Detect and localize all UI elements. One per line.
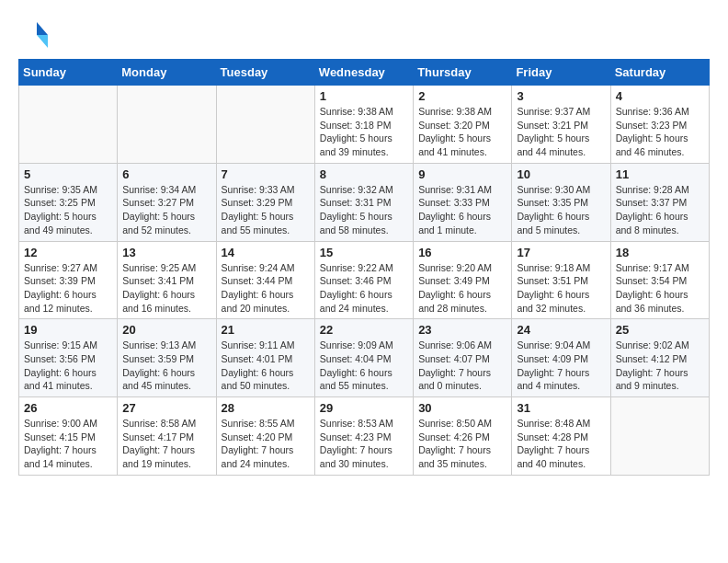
calendar-cell: 27Sunrise: 8:58 AM Sunset: 4:17 PM Dayli… [118,397,216,476]
day-number: 31 [517,401,605,415]
day-info: Sunrise: 9:00 AM Sunset: 4:15 PM Dayligh… [24,417,112,471]
calendar-cell: 2Sunrise: 9:38 AM Sunset: 3:20 PM Daylig… [414,86,512,164]
calendar-cell: 10Sunrise: 9:30 AM Sunset: 3:35 PM Dayli… [512,163,610,241]
calendar-cell [19,86,118,164]
calendar-cell: 31Sunrise: 8:48 AM Sunset: 4:28 PM Dayli… [512,397,610,476]
day-info: Sunrise: 9:09 AM Sunset: 4:04 PM Dayligh… [320,339,408,393]
calendar-cell: 26Sunrise: 9:00 AM Sunset: 4:15 PM Dayli… [19,397,118,476]
calendar-cell: 12Sunrise: 9:27 AM Sunset: 3:39 PM Dayli… [19,241,118,319]
day-info: Sunrise: 9:24 AM Sunset: 3:44 PM Dayligh… [222,261,310,316]
calendar-cell: 20Sunrise: 9:13 AM Sunset: 3:59 PM Dayli… [118,319,216,397]
day-number: 14 [222,246,310,259]
day-number: 1 [320,89,408,103]
day-info: Sunrise: 8:48 AM Sunset: 4:28 PM Dayligh… [517,417,605,471]
day-number: 8 [320,167,408,181]
calendar-cell: 18Sunrise: 9:17 AM Sunset: 3:54 PM Dayli… [610,241,709,319]
day-info: Sunrise: 9:25 AM Sunset: 3:41 PM Dayligh… [122,261,210,316]
calendar-cell: 22Sunrise: 9:09 AM Sunset: 4:04 PM Dayli… [314,319,413,397]
day-info: Sunrise: 9:34 AM Sunset: 3:27 PM Dayligh… [122,183,210,237]
day-info: Sunrise: 9:37 AM Sunset: 3:21 PM Dayligh… [517,105,605,159]
day-number: 30 [418,401,506,415]
day-number: 19 [24,323,112,337]
day-number: 23 [418,323,506,337]
week-row-2: 12Sunrise: 9:27 AM Sunset: 3:39 PM Dayli… [19,241,710,319]
calendar-cell: 3Sunrise: 9:37 AM Sunset: 3:21 PM Daylig… [512,86,610,164]
day-info: Sunrise: 9:32 AM Sunset: 3:31 PM Dayligh… [320,183,408,237]
calendar-cell [216,86,314,164]
day-number: 3 [517,89,605,103]
day-info: Sunrise: 9:04 AM Sunset: 4:09 PM Dayligh… [517,339,605,393]
day-info: Sunrise: 9:13 AM Sunset: 3:59 PM Dayligh… [122,339,210,393]
day-info: Sunrise: 9:38 AM Sunset: 3:20 PM Dayligh… [418,105,506,159]
weekday-header-sunday: Sunday [19,60,118,86]
logo [18,18,55,52]
calendar-cell: 19Sunrise: 9:15 AM Sunset: 3:56 PM Dayli… [19,319,118,397]
calendar-cell: 15Sunrise: 9:22 AM Sunset: 3:46 PM Dayli… [314,241,413,319]
day-number: 24 [517,323,605,337]
day-number: 10 [517,167,605,181]
day-number: 29 [320,401,408,415]
day-number: 25 [616,323,704,337]
day-number: 6 [122,167,210,181]
week-row-0: 1Sunrise: 9:38 AM Sunset: 3:18 PM Daylig… [19,86,710,164]
day-info: Sunrise: 9:18 AM Sunset: 3:51 PM Dayligh… [517,261,605,316]
calendar-cell: 4Sunrise: 9:36 AM Sunset: 3:23 PM Daylig… [610,86,709,164]
day-number: 11 [616,167,704,181]
day-number: 20 [122,323,210,337]
day-number: 18 [616,246,704,259]
weekday-header-friday: Friday [512,60,610,86]
day-info: Sunrise: 9:36 AM Sunset: 3:23 PM Dayligh… [616,105,704,159]
calendar-cell: 1Sunrise: 9:38 AM Sunset: 3:18 PM Daylig… [314,86,413,164]
day-number: 9 [418,167,506,181]
day-info: Sunrise: 9:33 AM Sunset: 3:29 PM Dayligh… [222,183,310,237]
day-info: Sunrise: 8:58 AM Sunset: 4:17 PM Dayligh… [122,417,210,471]
weekday-header-row: SundayMondayTuesdayWednesdayThursdayFrid… [19,60,710,86]
day-number: 4 [616,89,704,103]
calendar-cell: 14Sunrise: 9:24 AM Sunset: 3:44 PM Dayli… [216,241,314,319]
day-info: Sunrise: 9:11 AM Sunset: 4:01 PM Dayligh… [222,339,310,393]
svg-marker-0 [37,22,48,35]
day-info: Sunrise: 9:15 AM Sunset: 3:56 PM Dayligh… [24,339,112,393]
calendar-cell: 11Sunrise: 9:28 AM Sunset: 3:37 PM Dayli… [610,163,709,241]
day-number: 12 [24,246,112,259]
day-info: Sunrise: 9:35 AM Sunset: 3:25 PM Dayligh… [24,183,112,237]
day-number: 22 [320,323,408,337]
day-number: 2 [418,89,506,103]
calendar-cell: 17Sunrise: 9:18 AM Sunset: 3:51 PM Dayli… [512,241,610,319]
day-info: Sunrise: 8:50 AM Sunset: 4:26 PM Dayligh… [418,417,506,471]
week-row-1: 5Sunrise: 9:35 AM Sunset: 3:25 PM Daylig… [19,163,710,241]
weekday-header-monday: Monday [118,60,216,86]
day-info: Sunrise: 9:20 AM Sunset: 3:49 PM Dayligh… [418,261,506,316]
weekday-header-wednesday: Wednesday [314,60,413,86]
calendar-cell: 8Sunrise: 9:32 AM Sunset: 3:31 PM Daylig… [314,163,413,241]
calendar-cell: 29Sunrise: 8:53 AM Sunset: 4:23 PM Dayli… [314,397,413,476]
calendar-cell: 30Sunrise: 8:50 AM Sunset: 4:26 PM Dayli… [414,397,512,476]
weekday-header-tuesday: Tuesday [216,60,314,86]
calendar-cell: 24Sunrise: 9:04 AM Sunset: 4:09 PM Dayli… [512,319,610,397]
day-number: 27 [122,401,210,415]
calendar-cell: 21Sunrise: 9:11 AM Sunset: 4:01 PM Dayli… [216,319,314,397]
day-info: Sunrise: 9:28 AM Sunset: 3:37 PM Dayligh… [616,183,704,237]
calendar-cell: 5Sunrise: 9:35 AM Sunset: 3:25 PM Daylig… [19,163,118,241]
calendar-cell [118,86,216,164]
calendar-cell: 25Sunrise: 9:02 AM Sunset: 4:12 PM Dayli… [610,319,709,397]
day-info: Sunrise: 9:22 AM Sunset: 3:46 PM Dayligh… [320,261,408,316]
day-number: 26 [24,401,112,415]
calendar-cell: 23Sunrise: 9:06 AM Sunset: 4:07 PM Dayli… [414,319,512,397]
calendar-cell: 16Sunrise: 9:20 AM Sunset: 3:49 PM Dayli… [414,241,512,319]
day-number: 21 [222,323,310,337]
header [18,18,710,52]
day-number: 17 [517,246,605,259]
logo-icon [18,18,51,52]
week-row-3: 19Sunrise: 9:15 AM Sunset: 3:56 PM Dayli… [19,319,710,397]
weekday-header-saturday: Saturday [610,60,709,86]
calendar-cell: 13Sunrise: 9:25 AM Sunset: 3:41 PM Dayli… [118,241,216,319]
day-info: Sunrise: 9:06 AM Sunset: 4:07 PM Dayligh… [418,339,506,393]
calendar-cell: 28Sunrise: 8:55 AM Sunset: 4:20 PM Dayli… [216,397,314,476]
calendar-cell [610,397,709,476]
day-number: 13 [122,246,210,259]
day-info: Sunrise: 9:30 AM Sunset: 3:35 PM Dayligh… [517,183,605,237]
page: SundayMondayTuesdayWednesdayThursdayFrid… [0,0,728,485]
calendar-cell: 6Sunrise: 9:34 AM Sunset: 3:27 PM Daylig… [118,163,216,241]
day-info: Sunrise: 9:17 AM Sunset: 3:54 PM Dayligh… [616,261,704,316]
